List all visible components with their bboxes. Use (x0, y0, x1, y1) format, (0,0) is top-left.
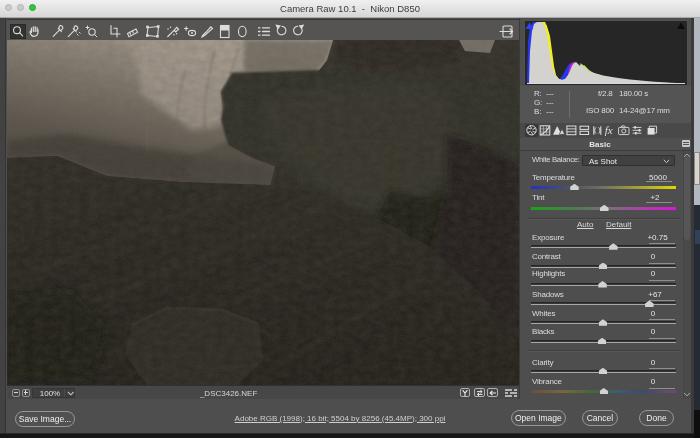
svg-text:fx: fx (605, 124, 613, 136)
